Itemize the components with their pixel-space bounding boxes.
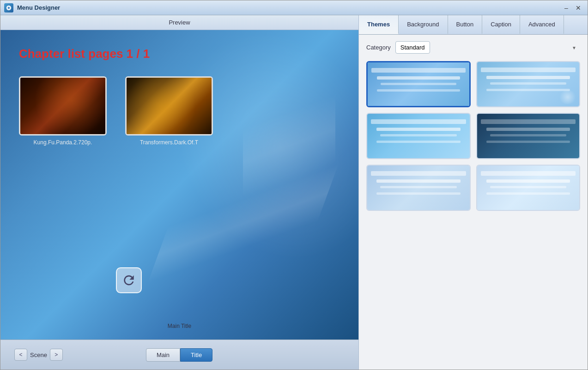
theme-line [490,82,567,85]
theme-card-2[interactable] [476,61,581,107]
theme-line [380,134,457,136]
theme-title-bar [371,68,466,73]
scene-nav: < Scene > [14,349,63,361]
theme-line [376,141,461,143]
preview-canvas: Chapter list pages 1 / 1 Kung.Fu.Panda.2… [0,30,358,339]
thumb-label: Kung.Fu.Panda.2.720p. [34,139,92,146]
category-row: Category Standard Elegant Modern Classic [366,41,580,54]
theme-line [377,76,460,80]
thumbnail-item: Transformers.Dark.Of.T [125,76,213,146]
theme-preview-2 [477,62,580,106]
thumbnail-frame [125,76,213,136]
theme-preview-5 [367,166,470,210]
theme-line [486,128,570,131]
theme-line [376,128,461,131]
theme-title-bar [481,68,576,72]
right-content: Category Standard Elegant Modern Classic [359,35,588,370]
theme-title-bar [371,171,466,176]
theme-line [486,76,570,79]
theme-card-3[interactable] [366,113,471,159]
theme-line [486,192,570,195]
close-button[interactable]: ✕ [573,3,584,12]
main-page-button[interactable]: Main [146,348,180,362]
swirl-decoration-2 [243,76,335,215]
scene-next-button[interactable]: > [50,349,63,361]
theme-preview-4 [477,114,580,158]
chapter-title: Chapter list pages 1 / 1 [19,47,150,61]
window-controls: – ✕ [561,3,584,12]
app-icon [4,3,13,12]
theme-card-1[interactable] [366,61,471,107]
theme-card-4[interactable] [476,113,581,159]
theme-line [490,186,567,188]
title-page-button[interactable]: Title [180,348,212,362]
theme-title-bar [371,119,466,124]
theme-line [486,141,570,143]
main-title-label: Main Title [0,323,358,329]
category-label: Category [366,44,391,51]
theme-line [486,179,570,183]
tab-button[interactable]: Button [448,15,483,34]
category-select-wrapper: Standard Elegant Modern Classic [395,41,580,54]
tab-caption[interactable]: Caption [482,15,520,34]
theme-title-bar [481,119,576,124]
thumb-image-kung [20,78,105,134]
page-buttons: Main Title [146,348,212,362]
left-panel: Preview Chapter list pages 1 / 1 Kung.Fu… [0,15,358,370]
main-window: Menu Designer – ✕ Preview Chapter list p… [0,0,588,370]
theme-line [490,134,567,136]
thumbnail-item: Kung.Fu.Panda.2.720p. [19,76,107,146]
thumb-image-trans [127,78,212,134]
right-panel: Themes Background Button Caption Advance… [358,15,588,370]
theme-line [376,192,461,195]
theme-grid [366,61,580,211]
titlebar: Menu Designer – ✕ [0,0,588,15]
tabs-bar: Themes Background Button Caption Advance… [359,15,588,35]
theme-preview-1 [368,62,469,106]
theme-card-5[interactable] [366,165,471,211]
window-title: Menu Designer [17,4,561,11]
theme-card-6[interactable] [476,165,581,211]
scene-label: Scene [30,352,47,358]
category-select[interactable]: Standard Elegant Modern Classic [395,41,430,54]
tab-advanced[interactable]: Advanced [520,15,564,34]
bottom-bar: < Scene > Main Title [0,339,358,370]
theme-line [486,89,570,91]
scene-prev-button[interactable]: < [14,349,27,361]
theme-line [376,179,461,183]
theme-preview-6 [477,166,580,210]
swirl-decoration-1 [146,113,340,334]
tab-background[interactable]: Background [399,15,448,34]
theme-title-bar [481,171,576,176]
preview-label: Preview [169,19,190,26]
theme-line [377,89,460,92]
thumbnail-frame [19,76,107,136]
replay-button[interactable] [116,267,142,293]
theme-line [381,83,456,85]
tab-themes[interactable]: Themes [359,15,399,34]
preview-header: Preview [0,15,358,30]
theme-preview-3 [367,114,470,158]
thumb-label: Transformers.Dark.Of.T [140,139,198,146]
theme-line [380,186,457,188]
minimize-button[interactable]: – [561,3,572,12]
thumbnails-container: Kung.Fu.Panda.2.720p. Transformers.Dark.… [19,76,213,146]
main-content: Preview Chapter list pages 1 / 1 Kung.Fu… [0,15,588,370]
